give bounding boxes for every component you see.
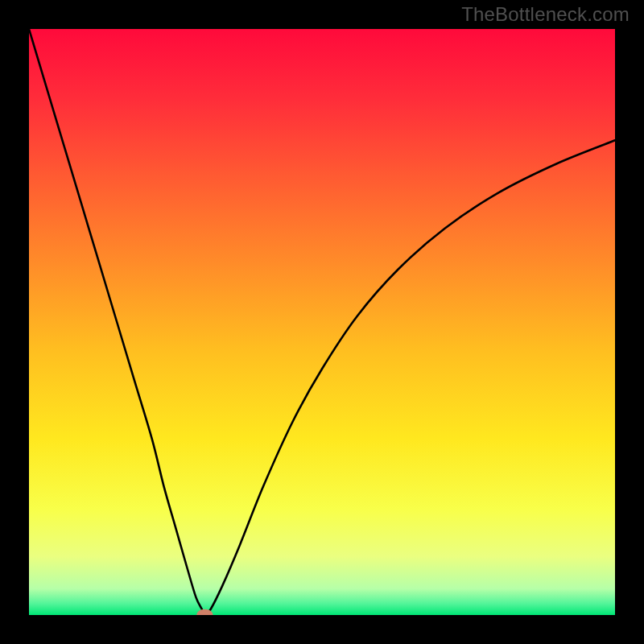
chart-frame: TheBottleneck.com	[0, 0, 644, 644]
plot-area	[29, 29, 615, 615]
watermark-text: TheBottleneck.com	[461, 3, 630, 26]
chart-svg	[29, 29, 615, 615]
